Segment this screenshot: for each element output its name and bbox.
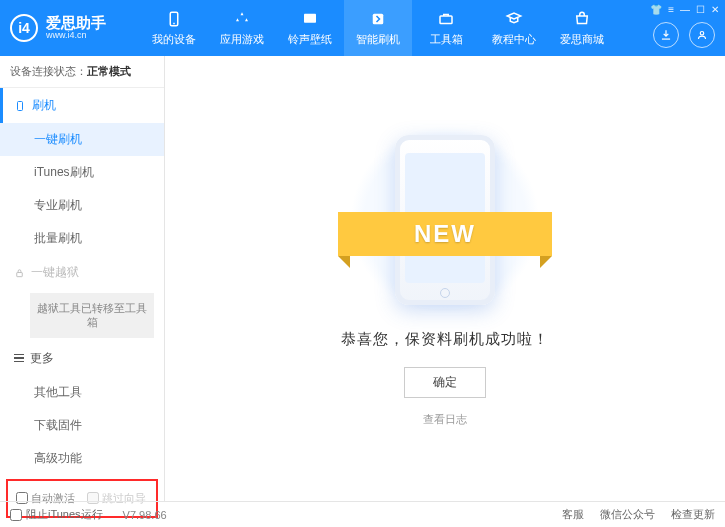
new-ribbon: NEW [338,212,552,256]
apps-icon [232,9,252,29]
minimize-icon[interactable]: — [680,4,690,15]
sidebar-item-itunes[interactable]: iTunes刷机 [0,156,164,189]
nav-tab-tools[interactable]: 工具箱 [412,0,480,56]
footer-link-support[interactable]: 客服 [562,507,584,522]
download-button[interactable] [653,22,679,48]
svg-rect-6 [18,101,23,110]
jailbreak-note[interactable]: 越狱工具已转移至工具箱 [30,293,154,338]
lock-icon [14,267,25,279]
confirm-button[interactable]: 确定 [404,367,486,398]
main-panel: NEW 恭喜您，保资料刷机成功啦！ 确定 查看日志 [165,56,725,501]
sidebar-group-more[interactable]: 更多 [0,341,164,376]
sidebar-item-batch[interactable]: 批量刷机 [0,222,164,255]
tutorial-icon [504,9,524,29]
footer-link-wechat[interactable]: 微信公众号 [600,507,655,522]
sidebar-group-flash[interactable]: 刷机 [0,88,164,123]
svg-rect-4 [440,16,452,24]
logo-icon: i4 [10,14,38,42]
sidebar-item-pro[interactable]: 专业刷机 [0,189,164,222]
app-url: www.i4.cn [46,31,106,41]
flash-icon [368,9,388,29]
maximize-icon[interactable]: ☐ [696,4,705,15]
nav-tab-store[interactable]: 爱思商城 [548,0,616,56]
app-header: i4 爱思助手 www.i4.cn 我的设备 应用游戏 铃声壁纸 智能刷机 工具… [0,0,725,56]
store-icon [572,9,592,29]
footer: 阻止iTunes运行 V7.98.66 客服 微信公众号 检查更新 [0,501,725,527]
svg-rect-3 [373,14,384,25]
svg-point-5 [700,32,704,36]
window-controls: 👕 ≡ — ☐ ✕ [650,4,719,15]
sidebar-group-jailbreak: 一键越狱 [0,255,164,290]
menu-icon[interactable]: ≡ [668,4,674,15]
checkbox-block-itunes[interactable]: 阻止iTunes运行 [10,507,103,522]
svg-rect-2 [304,14,316,23]
view-log-link[interactable]: 查看日志 [423,412,467,427]
skin-icon[interactable]: 👕 [650,4,662,15]
success-message: 恭喜您，保资料刷机成功啦！ [341,330,549,349]
phone-icon [164,9,184,29]
sidebar-item-firmware[interactable]: 下载固件 [0,409,164,442]
logo-area: i4 爱思助手 www.i4.cn [10,14,140,42]
nav-tab-apps[interactable]: 应用游戏 [208,0,276,56]
nav-tab-tutorial[interactable]: 教程中心 [480,0,548,56]
sidebar-item-oneclick[interactable]: 一键刷机 [0,123,164,156]
version-label: V7.98.66 [123,509,167,521]
app-name: 爱思助手 [46,15,106,32]
sidebar-item-advanced[interactable]: 高级功能 [0,442,164,475]
svg-rect-7 [17,272,23,276]
sidebar: 设备连接状态：正常模式 刷机 一键刷机 iTunes刷机 专业刷机 批量刷机 一… [0,56,165,501]
footer-link-update[interactable]: 检查更新 [671,507,715,522]
nav-tab-media[interactable]: 铃声壁纸 [276,0,344,56]
toolbox-icon [436,9,456,29]
nav-tab-flash[interactable]: 智能刷机 [344,0,412,56]
user-button[interactable] [689,22,715,48]
nav-tabs: 我的设备 应用游戏 铃声壁纸 智能刷机 工具箱 教程中心 爱思商城 [140,0,616,56]
connection-status: 设备连接状态：正常模式 [0,56,164,88]
nav-tab-device[interactable]: 我的设备 [140,0,208,56]
hamburger-icon [14,354,24,363]
device-icon [14,99,26,113]
close-icon[interactable]: ✕ [711,4,719,15]
success-illustration: NEW [360,130,530,310]
sidebar-item-other[interactable]: 其他工具 [0,376,164,409]
media-icon [300,9,320,29]
